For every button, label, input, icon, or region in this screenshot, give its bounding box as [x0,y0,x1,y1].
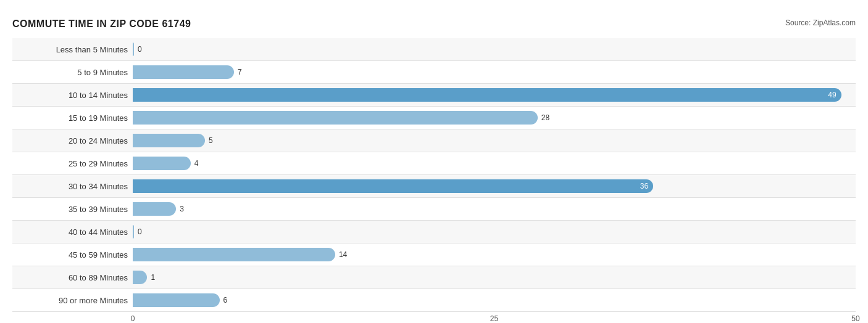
bar-label: 20 to 24 Minutes [12,136,133,145]
bar-value: 4 [194,159,199,168]
bar-value: 1 [151,273,155,282]
bar-row: 5 to 9 Minutes7 [12,61,856,84]
bar-value: 49 [828,91,841,99]
bar-fill [133,248,335,261]
bar-fill [133,111,538,125]
chart-area: Less than 5 Minutes05 to 9 Minutes710 to… [12,38,856,312]
bar-fill [133,202,176,216]
bar-row: 30 to 34 Minutes36 [12,175,856,198]
bar-label: 35 to 39 Minutes [12,205,133,214]
bar-fill [133,271,147,284]
bar-row: 35 to 39 Minutes3 [12,198,856,221]
bar-label: 30 to 34 Minutes [12,182,133,191]
bar-value: 7 [238,68,242,76]
bar-track: 4 [133,152,856,174]
bar-row: 25 to 29 Minutes4 [12,152,856,175]
bar-label: 45 to 59 Minutes [12,250,133,260]
bar-value: 6 [223,296,228,305]
bar-row: 90 or more Minutes6 [12,289,856,312]
bar-track: 14 [133,243,856,266]
bar-value: 14 [339,250,347,259]
bar-value: 36 [640,182,653,190]
bar-label: 25 to 29 Minutes [12,159,133,168]
x-axis: 02550 [133,314,856,323]
bar-value: 3 [180,205,184,213]
bar-fill [133,225,134,239]
bar-label: 5 to 9 Minutes [12,68,133,77]
chart-title: COMMUTE TIME IN ZIP CODE 61749 [12,18,191,30]
bar-row: Less than 5 Minutes0 [12,38,856,61]
bar-fill: 36 [133,179,653,193]
bar-fill [133,293,220,307]
bar-track: 6 [133,289,856,311]
bar-track: 28 [133,107,856,129]
bar-track: 3 [133,198,856,220]
source-line: Source: ZipAtlas.com [785,18,856,27]
bar-fill [133,134,205,147]
bar-label: 40 to 44 Minutes [12,227,133,237]
bar-row: 60 to 89 Minutes1 [12,266,856,289]
bar-fill: 49 [133,88,841,102]
bar-value: 0 [138,227,142,236]
bar-track: 49 [133,84,856,106]
bar-fill [133,65,234,79]
chart-container: COMMUTE TIME IN ZIP CODE 61749 Source: Z… [12,12,856,323]
bar-fill [133,157,191,170]
bar-track: 1 [133,266,856,288]
bar-track: 7 [133,61,856,83]
bar-label: 60 to 89 Minutes [12,273,133,282]
bar-label: Less than 5 Minutes [12,45,133,54]
x-axis-tick: 0 [131,314,135,323]
bar-label: 90 or more Minutes [12,296,133,305]
bar-track: 0 [133,38,856,60]
bar-value: 0 [138,45,142,54]
bar-row: 45 to 59 Minutes14 [12,243,856,266]
bar-row: 15 to 19 Minutes28 [12,107,856,129]
bar-row: 40 to 44 Minutes0 [12,221,856,243]
bar-label: 10 to 14 Minutes [12,91,133,100]
bar-row: 20 to 24 Minutes5 [12,129,856,152]
bar-row: 10 to 14 Minutes49 [12,84,856,107]
bar-track: 5 [133,129,856,152]
bar-fill [133,43,134,56]
bar-track: 0 [133,221,856,243]
x-axis-tick: 25 [490,314,498,323]
bar-value: 28 [541,113,549,122]
bar-track: 36 [133,175,856,197]
bar-value: 5 [209,136,213,145]
x-axis-tick: 50 [851,314,859,323]
bar-label: 15 to 19 Minutes [12,113,133,123]
